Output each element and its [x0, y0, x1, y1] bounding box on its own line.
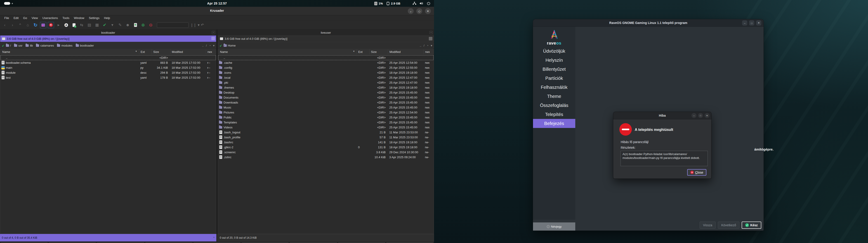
file-row[interactable]: .bash_profile57 B11 Mar 2025 23:53:00rw-: [218, 135, 434, 140]
power-icon[interactable]: [427, 2, 430, 5]
file-row[interactable]: mainpy34.1 KiB18 Mar 2025 17:02:00r--: [0, 65, 216, 70]
menu-edit[interactable]: Edit: [11, 16, 21, 20]
breadcrumb-item[interactable]: usr: [14, 44, 22, 47]
refresh-icon[interactable]: ↻: [32, 22, 39, 29]
volume-icon[interactable]: [420, 2, 424, 5]
file-row[interactable]: Desktop<DIR>25 Apr 2025 15:45:00rwx: [218, 90, 434, 95]
file-row[interactable]: .config<DIR>25 Apr 2025 12:55:00rwx: [218, 65, 434, 70]
menu-go[interactable]: Go: [21, 16, 29, 20]
back-icon[interactable]: ‹: [1, 22, 8, 29]
file-row[interactable]: Music<DIR>25 Apr 2025 15:45:00rwx: [218, 105, 434, 110]
move-icon[interactable]: ▤: [86, 22, 93, 29]
unselect-group-icon[interactable]: ✕: [48, 22, 54, 29]
file-row[interactable]: Documents<DIR>25 Apr 2025 15:45:00rwx: [218, 95, 434, 100]
breadcrumb-right[interactable]: ↙Home../◔▾: [218, 42, 434, 49]
fnkey-f10[interactable]: F10 Quit: [386, 242, 434, 243]
home-icon[interactable]: ⌂: [24, 22, 31, 29]
installer-minimize-button[interactable]: –: [742, 20, 747, 26]
bookmark-caret-icon[interactable]: ▾: [431, 44, 432, 47]
file-row[interactable]: Downloads<DIR>25 Apr 2025 15:45:00rwx: [218, 100, 434, 105]
breadcrumb-item[interactable]: modules: [57, 44, 72, 47]
right-panel-totals-bar[interactable]: 0 out of 20, 0 B out of 14.3 KiB: [218, 234, 434, 241]
sidebar-item-üdvözöljük[interactable]: Üdvözöljük: [533, 47, 575, 56]
menu-file[interactable]: File: [2, 16, 11, 20]
next-button[interactable]: Következő: [718, 221, 739, 229]
breadcrumb-shortcut[interactable]: /: [206, 44, 207, 47]
undo-icon[interactable]: ↶: [201, 23, 204, 27]
sync-caret-icon[interactable]: ▾: [109, 22, 116, 29]
file-row[interactable]: .bash_logout21 B11 Mar 2025 23:53:00rw-: [218, 130, 434, 135]
breadcrumb-left[interactable]: ↙/usrlibcalamaresmodulesbootloader../◔▾: [0, 42, 216, 49]
back-button[interactable]: Vissza: [700, 221, 716, 229]
file-row[interactable]: .local<DIR>25 Apr 2025 12:47:00rwx: [218, 75, 434, 80]
menu-help[interactable]: Help: [102, 16, 112, 20]
file-row[interactable]: Pictures<DIR>25 Apr 2025 12:54:00rwx: [218, 110, 434, 115]
dialog-maximize-button[interactable]: □: [698, 113, 703, 118]
breadcrumb-shortcut[interactable]: /: [424, 44, 425, 47]
fnkey-f4[interactable]: F4 Edit: [97, 242, 144, 243]
find-icon[interactable]: A: [63, 22, 70, 29]
about-button[interactable]: i Névjegy: [533, 222, 575, 231]
history-icon[interactable]: ◔: [209, 44, 211, 47]
usage-menu-button[interactable]: [211, 37, 215, 40]
toolbar-caret-icon[interactable]: ▾: [198, 23, 199, 27]
installer-maximize-button[interactable]: □: [749, 20, 754, 26]
dialog-titlebar[interactable]: Hiba – □ ✕: [613, 112, 711, 119]
sidebar-item-befejezés[interactable]: Befejezés: [533, 119, 575, 128]
file-row[interactable]: .cache<DIR>25 Apr 2025 12:54:00rwx: [218, 60, 434, 65]
fnkey-f9[interactable]: F9 Term: [338, 242, 385, 243]
sidebar-item-összefoglalás[interactable]: Összefoglalás: [533, 101, 575, 110]
fnkey-f3[interactable]: F3 View: [49, 242, 96, 243]
file-row[interactable]: .pki<DIR>25 Apr 2025 12:47:00rwx: [218, 80, 434, 85]
panel-tab-right[interactable]: liveuser+: [218, 30, 434, 35]
breadcrumb-item[interactable]: Home: [223, 44, 236, 47]
maximize-button[interactable]: ◇: [416, 8, 422, 14]
sidebar-item-theme[interactable]: Theme: [533, 92, 575, 101]
menu-settings[interactable]: Settings: [87, 16, 101, 20]
done-button[interactable]: ✓ Kész: [742, 221, 761, 229]
file-row[interactable]: ..<DIR>: [0, 55, 216, 60]
fnkey-f6[interactable]: F6 Move: [193, 242, 241, 243]
file-row[interactable]: .gtkrc-20131 B18 Apr 2025 19:18:00rw-: [218, 145, 434, 150]
column-ext[interactable]: Ext: [357, 49, 369, 54]
file-row[interactable]: Videos<DIR>25 Apr 2025 15:45:00rwx: [218, 125, 434, 130]
minimize-button[interactable]: ⌄: [408, 8, 414, 14]
file-row[interactable]: bootloader.schemayaml883 B18 Mar 2025 17…: [0, 60, 216, 65]
clock[interactable]: Apr 25 12:57: [0, 2, 434, 5]
zoom-out-icon[interactable]: ⊖: [147, 22, 154, 29]
disk-usage-indicator[interactable]: 1%: [374, 2, 383, 5]
column-name[interactable]: Name▼: [0, 50, 139, 54]
file-row[interactable]: .bashrc141 B18 Apr 2025 19:18:00rw-: [218, 140, 434, 145]
new-file-icon[interactable]: +: [70, 22, 77, 29]
start-icon[interactable]: ▸: [55, 22, 62, 29]
breadcrumb-item[interactable]: /: [6, 44, 11, 47]
close-button[interactable]: ✕: [425, 8, 431, 14]
up-icon[interactable]: ^: [17, 22, 24, 29]
sync-icon[interactable]: ✔: [101, 22, 108, 29]
column-size[interactable]: Size: [369, 49, 388, 54]
file-row[interactable]: testyaml178 B18 Mar 2025 17:02:00r--: [0, 75, 216, 80]
zoom-in-icon[interactable]: ⊕: [140, 22, 147, 29]
fnkey-f2[interactable]: F2 Rename: [0, 242, 48, 243]
dialog-minimize-button[interactable]: –: [691, 113, 696, 118]
user-icon[interactable]: ☻: [124, 22, 131, 29]
dialog-close-action-button[interactable]: ✕ Close: [687, 169, 706, 176]
queue-icon[interactable]: ▦: [94, 22, 100, 29]
sidebar-item-felhasználók[interactable]: Felhasználók: [533, 83, 575, 92]
file-row[interactable]: .zshrc10.4 KiB3 Apr 2025 09:24:00rw-: [218, 155, 434, 160]
breadcrumb-shortcut[interactable]: ..: [420, 44, 421, 47]
bookmark-caret-icon[interactable]: ▾: [213, 44, 215, 47]
file-row[interactable]: .themes<DIR>18 Apr 2025 19:18:00rwx: [218, 85, 434, 90]
breadcrumb-shortcut[interactable]: ..: [202, 44, 204, 47]
column-name[interactable]: Name▼: [218, 50, 357, 54]
column-size[interactable]: Size: [152, 49, 170, 54]
file-row[interactable]: .icons<DIR>18 Apr 2025 19:18:00rwx: [218, 70, 434, 75]
dialog-close-button[interactable]: ✕: [705, 113, 710, 118]
system-tray[interactable]: 1% 2.9 GB: [374, 0, 434, 7]
breadcrumb-item[interactable]: bootloader: [76, 44, 94, 47]
menu-window[interactable]: Window: [72, 16, 86, 20]
column-ext[interactable]: Ext: [139, 49, 152, 54]
installer-close-button[interactable]: ✕: [756, 20, 761, 26]
memory-indicator[interactable]: 2.9 GB: [386, 2, 400, 5]
history-icon[interactable]: ◔: [427, 44, 429, 47]
